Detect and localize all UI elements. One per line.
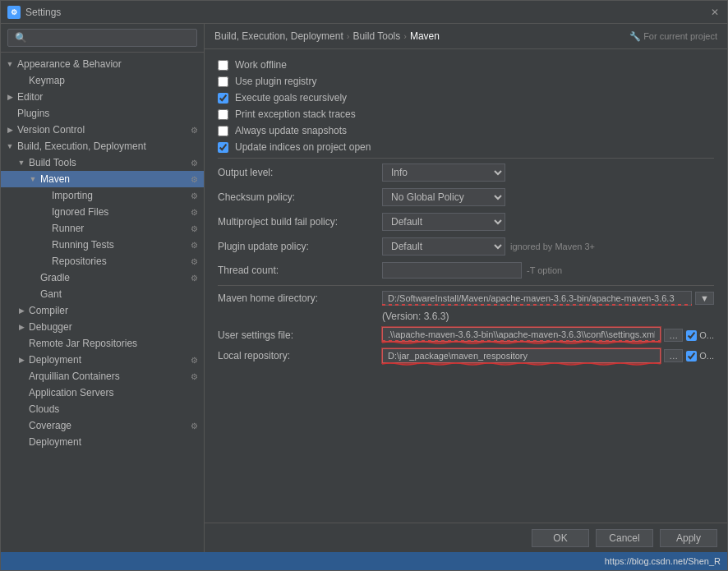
local-repo-override-checkbox[interactable] — [686, 351, 697, 361]
local-repo-label: Local repository: — [218, 350, 382, 361]
settings-icon: ⚙ — [187, 353, 200, 366]
sidebar-item-runner[interactable]: Runner⚙ — [1, 220, 204, 237]
sidebar-item-deployment[interactable]: ▶Deployment⚙ — [1, 352, 204, 368]
output-level-dropdown[interactable]: Info Debug Quiet — [382, 163, 505, 182]
sidebar-item-arquillian[interactable]: Arquillian Containers⚙ — [1, 368, 204, 385]
sidebar-item-remote-jar[interactable]: Remote Jar Repositories — [1, 335, 204, 352]
sidebar-item-coverage[interactable]: Coverage⚙ — [1, 417, 204, 434]
sidebar-item-label: Keymap — [27, 74, 200, 87]
checkbox-label-work-offline: Work offline — [235, 59, 287, 71]
sidebar-item-deployment2[interactable]: Deployment — [1, 434, 204, 450]
right-panel: Build, Execution, Deployment › Build Too… — [205, 24, 727, 552]
local-repo-browse-btn[interactable]: … — [664, 349, 683, 362]
apply-button[interactable]: Apply — [660, 529, 717, 547]
checkbox-print-exception[interactable] — [218, 109, 228, 120]
checkbox-use-plugin-registry[interactable] — [218, 76, 228, 87]
sidebar-item-label: Debugger — [27, 320, 200, 334]
multiproject-policy-dropdown[interactable]: Default Always Never At End Fail Fast — [382, 213, 505, 231]
checkbox-update-indices[interactable] — [218, 142, 228, 153]
sidebar-item-running-tests[interactable]: Running Tests⚙ — [1, 237, 204, 253]
sidebar-item-build-execution[interactable]: ▼Build, Execution, Deployment — [1, 138, 204, 154]
sidebar-item-keymap[interactable]: Keymap — [1, 72, 204, 89]
plugin-update-label: Plugin update policy: — [218, 241, 382, 252]
maven-home-label: Maven home directory: — [218, 292, 382, 304]
user-settings-override-label: O... — [699, 330, 714, 340]
sidebar-item-label: Coverage — [27, 419, 187, 432]
search-input[interactable] — [7, 29, 197, 47]
local-repo-override: O... — [686, 351, 714, 361]
plugin-update-dropdown[interactable]: Default Always Never Daily — [382, 237, 505, 256]
sidebar-item-label: Clouds — [27, 403, 200, 416]
thread-count-control: -T option — [382, 262, 714, 279]
breadcrumb-part-2[interactable]: Build Tools — [352, 30, 400, 42]
user-settings-row: User settings file: … O... — [218, 327, 714, 343]
status-link[interactable]: https://blog.csdn.net/Shen_R — [605, 556, 721, 566]
sidebar-item-build-tools[interactable]: ▼Build Tools⚙ — [1, 154, 204, 171]
checkbox-work-offline[interactable] — [218, 60, 228, 71]
tree-arrow — [16, 338, 27, 349]
app-icon: ⚙ — [7, 6, 21, 19]
checkbox-row-execute-goals: Execute goals recursively — [218, 92, 714, 104]
sidebar-item-label: Appearance & Behavior — [16, 58, 200, 71]
sidebar-item-importing[interactable]: Importing⚙ — [1, 187, 204, 204]
checkbox-row-use-plugin-registry: Use plugin registry — [218, 76, 714, 87]
local-repo-input[interactable] — [382, 348, 661, 363]
checkbox-label-update-indices: Update indices on project open — [235, 141, 371, 153]
checkbox-execute-goals[interactable] — [218, 93, 228, 104]
thread-count-row: Thread count: -T option — [218, 262, 714, 279]
user-settings-input[interactable] — [382, 327, 661, 342]
titlebar: ⚙ Settings ✕ — [1, 1, 727, 24]
sidebar-item-label: Compiler — [27, 304, 200, 317]
user-settings-browse-btn[interactable]: … — [664, 329, 683, 342]
output-level-row: Output level: Info Debug Quiet — [218, 163, 714, 182]
checksum-policy-row: Checksum policy: No Global Policy Warn F… — [218, 188, 714, 206]
checksum-policy-control: No Global Policy Warn Fail Ignore — [382, 188, 714, 206]
checksum-policy-dropdown[interactable]: No Global Policy Warn Fail Ignore — [382, 188, 505, 206]
cancel-button[interactable]: Cancel — [596, 529, 653, 547]
maven-home-control: ▼ — [382, 291, 714, 306]
sidebar-item-ignored-files[interactable]: Ignored Files⚙ — [1, 204, 204, 220]
sidebar-item-compiler[interactable]: ▶Compiler — [1, 302, 204, 319]
sidebar-item-gant[interactable]: Gant — [1, 286, 204, 302]
tree-arrow: ▶ — [4, 124, 16, 136]
search-box — [1, 24, 204, 53]
user-settings-override-checkbox[interactable] — [686, 330, 697, 341]
thread-count-input[interactable] — [382, 262, 522, 279]
sidebar-item-editor[interactable]: ▶Editor — [1, 89, 204, 105]
multiproject-policy-row: Multiproject build fail policy: Default … — [218, 213, 714, 231]
maven-home-row: Maven home directory: ▼ — [218, 291, 714, 306]
sidebar-item-clouds[interactable]: Clouds — [1, 401, 204, 417]
sidebar-item-repositories[interactable]: Repositories⚙ — [1, 253, 204, 269]
maven-home-browse-btn[interactable]: ▼ — [695, 292, 714, 305]
close-button[interactable]: ✕ — [709, 7, 721, 18]
ok-button[interactable]: OK — [532, 529, 589, 547]
sidebar: ▼Appearance & BehaviorKeymap▶EditorPlugi… — [1, 24, 205, 552]
checkbox-row-work-offline: Work offline — [218, 59, 714, 71]
sidebar-tree: ▼Appearance & BehaviorKeymap▶EditorPlugi… — [1, 53, 204, 552]
sidebar-item-label: Plugins — [16, 107, 200, 120]
maven-home-input[interactable] — [382, 291, 692, 306]
user-settings-label: User settings file: — [218, 329, 382, 341]
sidebar-item-label: Deployment — [27, 353, 187, 366]
tree-arrow: ▶ — [4, 91, 16, 103]
sidebar-item-label: Build, Execution, Deployment — [16, 140, 200, 153]
checkbox-always-update[interactable] — [218, 126, 228, 136]
sidebar-item-gradle[interactable]: Gradle⚙ — [1, 269, 204, 286]
checkbox-label-execute-goals: Execute goals recursively — [235, 92, 347, 104]
sidebar-item-appearance[interactable]: ▼Appearance & Behavior — [1, 56, 204, 72]
sidebar-item-label: Ignored Files — [50, 205, 187, 219]
breadcrumb-part-1[interactable]: Build, Execution, Deployment — [214, 30, 343, 42]
tree-arrow: ▶ — [16, 305, 27, 316]
sidebar-item-label: Build Tools — [27, 156, 187, 169]
tree-arrow — [39, 206, 50, 218]
sidebar-item-maven[interactable]: ▼Maven⚙ — [1, 171, 204, 187]
settings-icon: ⚙ — [187, 419, 200, 432]
checkbox-row-print-exception: Print exception stack traces — [218, 108, 714, 120]
sidebar-item-plugins[interactable]: Plugins — [1, 105, 204, 122]
sidebar-item-debugger[interactable]: ▶Debugger — [1, 319, 204, 335]
sidebar-item-app-servers[interactable]: Application Servers — [1, 385, 204, 401]
settings-icon: ⚙ — [187, 271, 200, 284]
checkbox-label-always-update: Always update snapshots — [235, 125, 347, 136]
sidebar-item-label: Gant — [39, 288, 200, 301]
sidebar-item-version-control[interactable]: ▶Version Control⚙ — [1, 122, 204, 138]
